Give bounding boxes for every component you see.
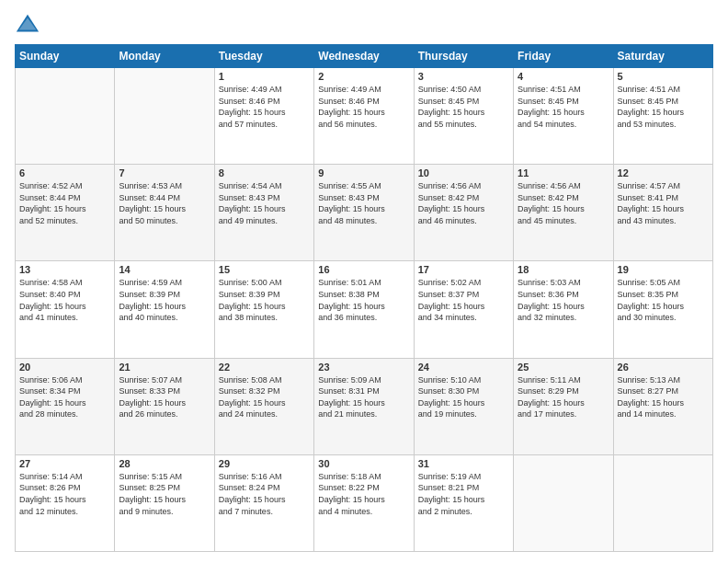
day-number: 13 bbox=[19, 264, 110, 275]
calendar-cell: 20Sunrise: 5:06 AM Sunset: 8:34 PM Dayli… bbox=[16, 358, 115, 454]
calendar-cell: 7Sunrise: 4:53 AM Sunset: 8:44 PM Daylig… bbox=[115, 165, 214, 261]
day-number: 30 bbox=[318, 458, 409, 469]
calendar-week-row: 1Sunrise: 4:49 AM Sunset: 8:46 PM Daylig… bbox=[16, 68, 713, 165]
day-info: Sunrise: 5:00 AM Sunset: 8:39 PM Dayligh… bbox=[219, 277, 310, 323]
day-number: 28 bbox=[119, 458, 210, 469]
day-info: Sunrise: 4:52 AM Sunset: 8:44 PM Dayligh… bbox=[19, 180, 110, 226]
calendar-cell: 12Sunrise: 4:57 AM Sunset: 8:41 PM Dayli… bbox=[613, 165, 712, 261]
day-number: 29 bbox=[219, 458, 310, 469]
day-number: 15 bbox=[219, 264, 310, 275]
calendar-header-friday: Friday bbox=[514, 45, 613, 68]
calendar-header-row: SundayMondayTuesdayWednesdayThursdayFrid… bbox=[16, 45, 713, 68]
logo bbox=[15, 11, 44, 37]
calendar-cell: 2Sunrise: 4:49 AM Sunset: 8:46 PM Daylig… bbox=[314, 68, 414, 165]
day-number: 5 bbox=[618, 71, 709, 82]
calendar-cell: 15Sunrise: 5:00 AM Sunset: 8:39 PM Dayli… bbox=[214, 261, 313, 358]
calendar-cell: 14Sunrise: 4:59 AM Sunset: 8:39 PM Dayli… bbox=[115, 261, 214, 358]
calendar-week-row: 6Sunrise: 4:52 AM Sunset: 8:44 PM Daylig… bbox=[16, 165, 713, 261]
day-number: 20 bbox=[19, 362, 110, 373]
calendar-header-monday: Monday bbox=[115, 45, 214, 68]
day-number: 24 bbox=[418, 362, 509, 373]
day-info: Sunrise: 5:11 AM Sunset: 8:29 PM Dayligh… bbox=[518, 374, 609, 420]
page: SundayMondayTuesdayWednesdayThursdayFrid… bbox=[0, 0, 728, 563]
day-info: Sunrise: 5:03 AM Sunset: 8:36 PM Dayligh… bbox=[518, 277, 609, 323]
day-number: 3 bbox=[418, 71, 509, 82]
calendar-week-row: 13Sunrise: 4:58 AM Sunset: 8:40 PM Dayli… bbox=[16, 261, 713, 358]
calendar-cell: 10Sunrise: 4:56 AM Sunset: 8:42 PM Dayli… bbox=[414, 165, 513, 261]
day-info: Sunrise: 4:53 AM Sunset: 8:44 PM Dayligh… bbox=[119, 180, 210, 226]
day-number: 8 bbox=[219, 167, 310, 178]
calendar-cell: 3Sunrise: 4:50 AM Sunset: 8:45 PM Daylig… bbox=[414, 68, 513, 165]
day-number: 11 bbox=[518, 167, 609, 178]
calendar-table: SundayMondayTuesdayWednesdayThursdayFrid… bbox=[15, 44, 713, 552]
calendar-cell: 16Sunrise: 5:01 AM Sunset: 8:38 PM Dayli… bbox=[314, 261, 414, 358]
day-info: Sunrise: 5:13 AM Sunset: 8:27 PM Dayligh… bbox=[618, 374, 709, 420]
calendar-header-thursday: Thursday bbox=[414, 45, 513, 68]
calendar-cell: 31Sunrise: 5:19 AM Sunset: 8:21 PM Dayli… bbox=[414, 454, 513, 551]
calendar-cell: 6Sunrise: 4:52 AM Sunset: 8:44 PM Daylig… bbox=[16, 165, 115, 261]
day-number: 6 bbox=[19, 167, 110, 178]
day-number: 18 bbox=[518, 264, 609, 275]
day-number: 12 bbox=[618, 167, 709, 178]
day-info: Sunrise: 5:09 AM Sunset: 8:31 PM Dayligh… bbox=[318, 374, 409, 420]
calendar-cell: 29Sunrise: 5:16 AM Sunset: 8:24 PM Dayli… bbox=[214, 454, 313, 551]
calendar-cell: 17Sunrise: 5:02 AM Sunset: 8:37 PM Dayli… bbox=[414, 261, 513, 358]
day-info: Sunrise: 4:49 AM Sunset: 8:46 PM Dayligh… bbox=[219, 84, 310, 130]
calendar-cell: 11Sunrise: 4:56 AM Sunset: 8:42 PM Dayli… bbox=[514, 165, 613, 261]
day-number: 26 bbox=[618, 362, 709, 373]
day-info: Sunrise: 4:55 AM Sunset: 8:43 PM Dayligh… bbox=[318, 180, 409, 226]
day-number: 1 bbox=[219, 71, 310, 82]
day-number: 27 bbox=[19, 458, 110, 469]
calendar-cell: 24Sunrise: 5:10 AM Sunset: 8:30 PM Dayli… bbox=[414, 358, 513, 454]
day-info: Sunrise: 5:01 AM Sunset: 8:38 PM Dayligh… bbox=[318, 277, 409, 323]
day-number: 7 bbox=[119, 167, 210, 178]
day-info: Sunrise: 5:16 AM Sunset: 8:24 PM Dayligh… bbox=[219, 471, 310, 517]
day-number: 23 bbox=[318, 362, 409, 373]
day-info: Sunrise: 4:59 AM Sunset: 8:39 PM Dayligh… bbox=[119, 277, 210, 323]
calendar-cell: 23Sunrise: 5:09 AM Sunset: 8:31 PM Dayli… bbox=[314, 358, 414, 454]
day-info: Sunrise: 5:18 AM Sunset: 8:22 PM Dayligh… bbox=[318, 471, 409, 517]
day-info: Sunrise: 5:08 AM Sunset: 8:32 PM Dayligh… bbox=[219, 374, 310, 420]
calendar-cell: 30Sunrise: 5:18 AM Sunset: 8:22 PM Dayli… bbox=[314, 454, 414, 551]
day-number: 9 bbox=[318, 167, 409, 178]
calendar-cell: 25Sunrise: 5:11 AM Sunset: 8:29 PM Dayli… bbox=[514, 358, 613, 454]
calendar-cell bbox=[115, 68, 214, 165]
day-number: 19 bbox=[618, 264, 709, 275]
logo-icon bbox=[15, 11, 40, 37]
calendar-header-sunday: Sunday bbox=[16, 45, 115, 68]
day-number: 14 bbox=[119, 264, 210, 275]
day-number: 31 bbox=[418, 458, 509, 469]
day-info: Sunrise: 4:56 AM Sunset: 8:42 PM Dayligh… bbox=[418, 180, 509, 226]
calendar-week-row: 20Sunrise: 5:06 AM Sunset: 8:34 PM Dayli… bbox=[16, 358, 713, 454]
calendar-cell: 4Sunrise: 4:51 AM Sunset: 8:45 PM Daylig… bbox=[514, 68, 613, 165]
day-info: Sunrise: 4:50 AM Sunset: 8:45 PM Dayligh… bbox=[418, 84, 509, 130]
calendar-cell: 21Sunrise: 5:07 AM Sunset: 8:33 PM Dayli… bbox=[115, 358, 214, 454]
day-number: 2 bbox=[318, 71, 409, 82]
day-info: Sunrise: 5:14 AM Sunset: 8:26 PM Dayligh… bbox=[19, 471, 110, 517]
day-info: Sunrise: 5:02 AM Sunset: 8:37 PM Dayligh… bbox=[418, 277, 509, 323]
calendar-cell: 18Sunrise: 5:03 AM Sunset: 8:36 PM Dayli… bbox=[514, 261, 613, 358]
day-number: 17 bbox=[418, 264, 509, 275]
calendar-cell: 9Sunrise: 4:55 AM Sunset: 8:43 PM Daylig… bbox=[314, 165, 414, 261]
day-number: 10 bbox=[418, 167, 509, 178]
day-number: 22 bbox=[219, 362, 310, 373]
day-info: Sunrise: 4:58 AM Sunset: 8:40 PM Dayligh… bbox=[19, 277, 110, 323]
day-number: 16 bbox=[318, 264, 409, 275]
calendar-cell: 22Sunrise: 5:08 AM Sunset: 8:32 PM Dayli… bbox=[214, 358, 313, 454]
header bbox=[15, 11, 713, 37]
calendar-cell: 1Sunrise: 4:49 AM Sunset: 8:46 PM Daylig… bbox=[214, 68, 313, 165]
calendar-cell: 8Sunrise: 4:54 AM Sunset: 8:43 PM Daylig… bbox=[214, 165, 313, 261]
calendar-cell: 27Sunrise: 5:14 AM Sunset: 8:26 PM Dayli… bbox=[16, 454, 115, 551]
day-info: Sunrise: 5:15 AM Sunset: 8:25 PM Dayligh… bbox=[119, 471, 210, 517]
calendar-header-saturday: Saturday bbox=[613, 45, 712, 68]
day-info: Sunrise: 4:51 AM Sunset: 8:45 PM Dayligh… bbox=[618, 84, 709, 130]
calendar-cell: 26Sunrise: 5:13 AM Sunset: 8:27 PM Dayli… bbox=[613, 358, 712, 454]
calendar-cell bbox=[514, 454, 613, 551]
calendar-header-wednesday: Wednesday bbox=[314, 45, 414, 68]
day-number: 21 bbox=[119, 362, 210, 373]
calendar-cell: 28Sunrise: 5:15 AM Sunset: 8:25 PM Dayli… bbox=[115, 454, 214, 551]
day-number: 4 bbox=[518, 71, 609, 82]
calendar-cell bbox=[16, 68, 115, 165]
calendar-week-row: 27Sunrise: 5:14 AM Sunset: 8:26 PM Dayli… bbox=[16, 454, 713, 551]
day-info: Sunrise: 4:49 AM Sunset: 8:46 PM Dayligh… bbox=[318, 84, 409, 130]
